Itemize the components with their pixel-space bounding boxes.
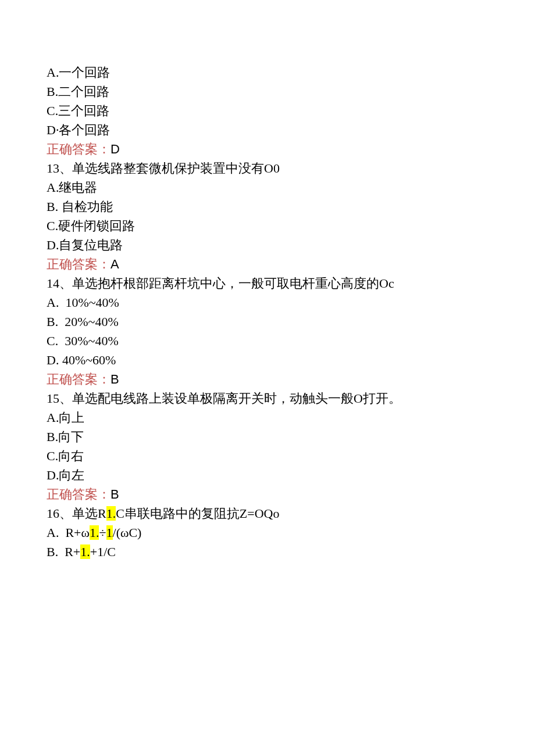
q13-option-d: D.自复位电路 xyxy=(47,235,488,255)
answer-label: 正确答案： xyxy=(47,257,110,271)
q16-stem: 16、单选R1.C串联电路中的复阻抗Z=OQo xyxy=(47,504,488,523)
q16-a-mid: ÷ xyxy=(99,525,106,540)
answer-label: 正确答案： xyxy=(47,372,110,386)
q16-option-b: B. R+1.+1/C xyxy=(47,542,488,561)
q16-a-post: /(ωC) xyxy=(113,525,142,540)
q12-option-a: A.一个回路 xyxy=(47,63,488,82)
q13-answer: 正确答案：A xyxy=(47,255,488,274)
q15-stem: 15、单选配电线路上装设单极隔离开关时，动触头一般O打开。 xyxy=(47,389,488,408)
q14-option-c: C. 30%~40% xyxy=(47,331,488,350)
q16-option-a: A. R+ω1.÷1/(ωC) xyxy=(47,523,488,542)
q12-answer: 正确答案：D xyxy=(47,139,488,159)
q15-option-c: C.向右 xyxy=(47,446,488,465)
answer-label: 正确答案： xyxy=(47,142,110,156)
answer-value: B xyxy=(110,372,119,386)
q12-option-c: C.三个回路 xyxy=(47,101,488,120)
highlight: 1. xyxy=(80,544,90,559)
q13-option-a: A.继电器 xyxy=(47,178,488,197)
q16-b-post: +1/C xyxy=(90,544,116,559)
highlight: 1. xyxy=(106,506,116,521)
q14-stem: 14、单选抱杆根部距离杆坑中心，一般可取电杆重心高度的Oc xyxy=(47,274,488,293)
q13-option-b: B. 自检功能 xyxy=(47,197,488,216)
q16-stem-pre: 16、单选R xyxy=(47,506,106,521)
highlight: 1 xyxy=(106,525,113,540)
q14-option-d: D. 40%~60% xyxy=(47,350,488,370)
answer-value: D xyxy=(110,142,120,156)
answer-value: B xyxy=(110,487,119,501)
document-page: A.一个回路 B.二个回路 C.三个回路 D·各个回路 正确答案：D 13、单选… xyxy=(0,0,535,561)
answer-label: 正确答案： xyxy=(47,487,110,501)
q13-stem: 13、单选线路整套微机保护装置中没有O0 xyxy=(47,159,488,178)
q15-answer: 正确答案：B xyxy=(47,485,488,504)
q12-option-d: D·各个回路 xyxy=(47,120,488,139)
q16-stem-post: C串联电路中的复阻抗Z=OQo xyxy=(116,506,279,521)
q16-b-pre: B. R+ xyxy=(47,544,80,559)
q15-option-b: B.向下 xyxy=(47,427,488,446)
q15-option-a: A.向上 xyxy=(47,408,488,427)
q13-option-c: C.硬件闭锁回路 xyxy=(47,216,488,235)
q16-a-pre: A. R+ω xyxy=(47,525,90,540)
q12-option-b: B.二个回路 xyxy=(47,82,488,101)
q14-option-a: A. 10%~40% xyxy=(47,293,488,312)
q14-answer: 正确答案：B xyxy=(47,370,488,389)
q15-option-d: D.向左 xyxy=(47,465,488,485)
highlight: 1. xyxy=(90,525,99,540)
q14-option-b: B. 20%~40% xyxy=(47,312,488,331)
answer-value: A xyxy=(110,257,119,271)
